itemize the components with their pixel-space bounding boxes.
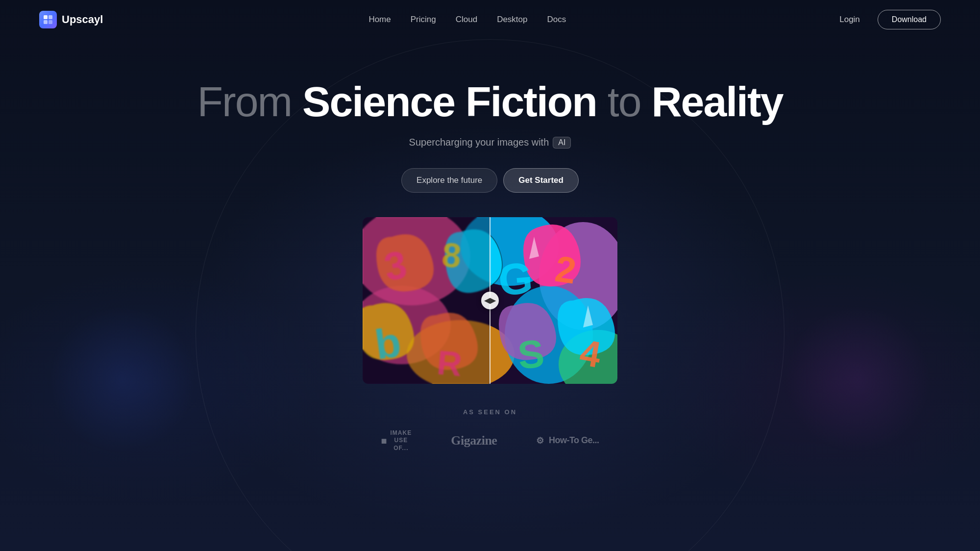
as-seen-on-section: AS SEEN ON ■ iMAKEUSEOF... Gigazine ⚙ Ho…	[0, 384, 980, 452]
makeuseof-text: iMAKEUSEOF...	[391, 429, 412, 452]
compare-handle[interactable]: ◀▶	[481, 292, 499, 309]
hero-buttons: Explore the future Get Started	[0, 168, 980, 193]
brand-makeuseof: ■ iMAKEUSEOF...	[381, 429, 412, 452]
nav-cloud[interactable]: Cloud	[456, 15, 477, 25]
howtogeek-icon: ⚙	[536, 435, 544, 446]
explore-button[interactable]: Explore the future	[401, 168, 497, 193]
logo-text: Upscayl	[62, 13, 103, 26]
logo-icon	[39, 11, 57, 28]
svg-text:8: 8	[441, 235, 463, 275]
gigazine-text: Gigazine	[451, 433, 497, 448]
as-seen-on-label: AS SEEN ON	[0, 408, 980, 416]
hero-title-to: to	[608, 78, 641, 125]
hero-title: From Science Fiction to Reality	[0, 78, 980, 125]
hero-section: From Science Fiction to Reality Supercha…	[0, 39, 980, 384]
hero-title-reality: Reality	[651, 78, 783, 125]
hero-title-from: From	[197, 78, 292, 125]
nav-docs[interactable]: Docs	[547, 15, 566, 25]
brand-logos-row: ■ iMAKEUSEOF... Gigazine ⚙ How-To Ge...	[0, 429, 980, 452]
svg-text:S: S	[515, 331, 546, 377]
nav-pricing[interactable]: Pricing	[411, 15, 436, 25]
get-started-button[interactable]: Get Started	[503, 168, 579, 193]
brand-howtogeek: ⚙ How-To Ge...	[536, 435, 599, 446]
hero-subtitle: Supercharging your images with AI	[0, 137, 980, 149]
hero-subtitle-text: Supercharging your images with	[409, 137, 549, 148]
svg-text:R: R	[436, 343, 464, 383]
svg-rect-1	[49, 15, 52, 19]
nav-actions: Login Download	[832, 10, 941, 29]
svg-rect-0	[44, 15, 48, 19]
brand-gigazine: Gigazine	[451, 433, 497, 448]
nav-home[interactable]: Home	[368, 15, 391, 25]
svg-rect-2	[44, 20, 48, 24]
nav-links: Home Pricing Cloud Desktop Docs	[368, 15, 566, 25]
makeuseof-icon: ■	[381, 435, 387, 447]
svg-rect-3	[49, 20, 52, 24]
image-compare-slider[interactable]: 3 8 G 2 b R S 4	[363, 217, 617, 384]
compare-handle-arrows-icon: ◀▶	[484, 297, 496, 304]
navbar: Upscayl Home Pricing Cloud Desktop Docs …	[0, 0, 980, 39]
login-button[interactable]: Login	[832, 11, 868, 28]
hero-title-science-fiction: Science Fiction	[302, 78, 597, 125]
download-button[interactable]: Download	[878, 10, 941, 29]
howtogeek-text: How-To Ge...	[549, 435, 599, 446]
logo-link[interactable]: Upscayl	[39, 11, 103, 28]
nav-desktop[interactable]: Desktop	[497, 15, 527, 25]
ai-badge: AI	[553, 137, 571, 149]
